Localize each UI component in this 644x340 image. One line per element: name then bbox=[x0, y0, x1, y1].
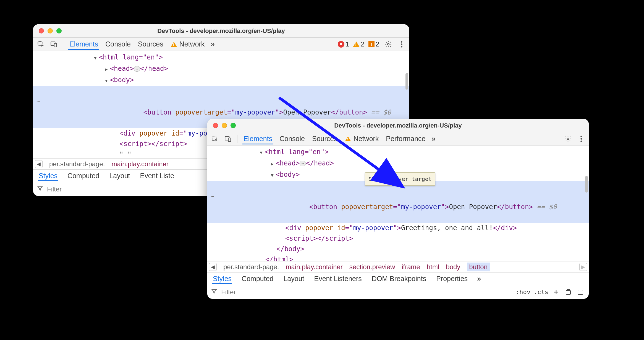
warning-icon bbox=[345, 136, 351, 141]
ellipsis-icon[interactable]: ⋯ bbox=[134, 66, 140, 72]
svg-rect-15 bbox=[578, 290, 583, 294]
breadcrumb-item[interactable]: main.play.container bbox=[111, 160, 168, 168]
device-toggle-icon[interactable] bbox=[50, 40, 58, 48]
traffic-lights bbox=[207, 123, 236, 128]
breadcrumb-item[interactable]: iframe bbox=[402, 263, 420, 271]
filter-row: :hov .cls bbox=[207, 285, 589, 299]
device-toggle-icon[interactable] bbox=[224, 135, 232, 143]
kebab-menu-icon[interactable] bbox=[397, 40, 406, 48]
ellipsis-icon[interactable]: ⋯ bbox=[36, 97, 40, 107]
tooltip: Show popover target bbox=[365, 172, 435, 186]
tab-sources[interactable]: Sources bbox=[137, 38, 164, 50]
inspect-icon[interactable] bbox=[36, 40, 45, 48]
ellipsis-icon[interactable]: ⋯ bbox=[300, 161, 306, 166]
subtab-computed[interactable]: Computed bbox=[241, 273, 274, 284]
chevron-left-icon[interactable]: ◀ bbox=[35, 160, 43, 168]
main-tabstrip: Elements Console Sources Network » ✕1 2 … bbox=[33, 38, 409, 51]
selected-node[interactable]: ⋯ <button popovertarget="my-popover">Ope… bbox=[207, 181, 589, 223]
svg-point-4 bbox=[401, 41, 402, 42]
subtab-event-listeners[interactable]: Event Listeners bbox=[314, 273, 362, 284]
svg-point-5 bbox=[401, 43, 402, 45]
more-tabs-button[interactable]: » bbox=[477, 274, 481, 283]
toggle-sidebar-icon[interactable] bbox=[576, 288, 585, 297]
tab-network[interactable]: Network bbox=[344, 133, 380, 144]
breadcrumb-item[interactable]: per.standard-page. bbox=[49, 160, 105, 168]
more-tabs-button[interactable]: » bbox=[431, 134, 435, 143]
cls-toggle[interactable]: .cls bbox=[534, 289, 548, 295]
dom-tree[interactable]: <html lang="en"> <head>⋯</head> <body> ⋯… bbox=[207, 146, 589, 261]
scrollbar[interactable] bbox=[405, 73, 408, 90]
ellipsis-icon[interactable]: ⋯ bbox=[211, 191, 214, 202]
subtab-styles[interactable]: Styles bbox=[212, 273, 232, 284]
kebab-menu-icon[interactable] bbox=[577, 135, 585, 143]
subtab-properties[interactable]: Properties bbox=[436, 273, 468, 284]
svg-point-6 bbox=[401, 46, 402, 47]
popover-target-link[interactable]: my-popover bbox=[401, 203, 441, 211]
tab-elements[interactable]: Elements bbox=[242, 133, 273, 144]
error-count: 1 bbox=[345, 40, 349, 48]
hov-toggle[interactable]: :hov bbox=[516, 289, 530, 295]
main-tabstrip: Elements Console Sources Network Perform… bbox=[207, 132, 589, 146]
tab-console[interactable]: Console bbox=[278, 133, 306, 144]
gear-icon[interactable] bbox=[384, 40, 392, 48]
issue-count: 2 bbox=[376, 40, 379, 48]
subtab-event-listeners[interactable]: Event Liste bbox=[140, 170, 175, 181]
tab-performance[interactable]: Performance bbox=[385, 133, 426, 144]
subtab-dom-breakpoints[interactable]: DOM Breakpoints bbox=[371, 273, 427, 284]
window-title: DevTools - developer.mozilla.org/en-US/p… bbox=[207, 122, 589, 129]
svg-point-10 bbox=[567, 138, 569, 140]
scrollbar[interactable] bbox=[585, 176, 588, 193]
svg-rect-2 bbox=[54, 43, 57, 47]
gear-icon[interactable] bbox=[564, 135, 572, 143]
inspect-icon[interactable] bbox=[211, 135, 219, 143]
svg-point-12 bbox=[580, 138, 582, 139]
devtools-window-2: DevTools - developer.mozilla.org/en-US/p… bbox=[207, 119, 589, 299]
minimize-icon[interactable] bbox=[48, 28, 53, 33]
maximize-icon[interactable] bbox=[231, 123, 236, 128]
svg-point-11 bbox=[580, 136, 582, 137]
svg-point-3 bbox=[388, 43, 389, 45]
warning-icon bbox=[353, 41, 360, 47]
titlebar: DevTools - developer.mozilla.org/en-US/p… bbox=[33, 24, 409, 38]
breadcrumb-item[interactable]: section.preview bbox=[349, 263, 395, 271]
traffic-lights bbox=[33, 28, 62, 33]
window-title: DevTools - developer.mozilla.org/en-US/p… bbox=[33, 27, 409, 35]
computed-styles-icon[interactable] bbox=[564, 288, 573, 297]
new-style-rule-icon[interactable] bbox=[552, 288, 561, 297]
maximize-icon[interactable] bbox=[56, 28, 62, 33]
breadcrumb-item-current[interactable]: button bbox=[467, 263, 490, 271]
breadcrumb-item[interactable]: main.play.container bbox=[286, 263, 342, 271]
warning-count: 2 bbox=[361, 40, 364, 48]
minimize-icon[interactable] bbox=[222, 123, 227, 128]
subtab-layout[interactable]: Layout bbox=[109, 170, 130, 181]
svg-rect-9 bbox=[228, 138, 231, 141]
svg-point-13 bbox=[580, 140, 582, 142]
more-tabs-button[interactable]: » bbox=[211, 40, 214, 48]
styles-tabstrip: Styles Computed Layout Event Listeners D… bbox=[207, 272, 589, 285]
filter-icon bbox=[211, 288, 217, 296]
breadcrumb-item[interactable]: per.standard-page. bbox=[223, 263, 279, 271]
tab-network[interactable]: Network bbox=[169, 38, 206, 50]
chevron-left-icon[interactable]: ◀ bbox=[209, 263, 217, 271]
subtab-computed[interactable]: Computed bbox=[67, 170, 100, 181]
filter-icon bbox=[37, 185, 43, 193]
tab-elements[interactable]: Elements bbox=[68, 38, 99, 50]
breadcrumb[interactable]: ◀ per.standard-page. main.play.container… bbox=[207, 261, 589, 272]
titlebar: DevTools - developer.mozilla.org/en-US/p… bbox=[207, 119, 589, 132]
warning-icon bbox=[171, 42, 177, 47]
subtab-styles[interactable]: Styles bbox=[38, 170, 58, 181]
tab-sources[interactable]: Sources bbox=[311, 133, 339, 144]
breadcrumb-item[interactable]: html bbox=[427, 263, 439, 271]
tab-console[interactable]: Console bbox=[104, 38, 132, 50]
issue-badges[interactable]: ✕1 2 !2 bbox=[338, 40, 379, 48]
subtab-layout[interactable]: Layout bbox=[283, 273, 305, 284]
svg-rect-14 bbox=[566, 290, 570, 294]
issue-icon: ! bbox=[368, 41, 375, 47]
chevron-right-icon[interactable]: ▶ bbox=[579, 263, 587, 271]
error-icon: ✕ bbox=[338, 41, 344, 48]
filter-input[interactable] bbox=[221, 288, 512, 296]
close-icon[interactable] bbox=[39, 28, 44, 33]
breadcrumb-item[interactable]: body bbox=[446, 263, 460, 271]
close-icon[interactable] bbox=[213, 123, 218, 128]
